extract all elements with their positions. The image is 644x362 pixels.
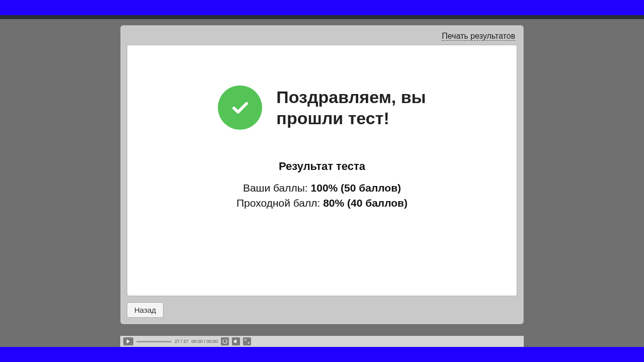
- your-score-line: Ваши баллы: 100% (50 баллов): [147, 182, 497, 194]
- top-blue-bar: [0, 0, 644, 15]
- print-results-link[interactable]: Печать результатов: [442, 32, 515, 41]
- page-counter: 27 / 27: [175, 339, 189, 344]
- volume-icon[interactable]: [232, 337, 240, 345]
- your-score-label: Ваши баллы:: [243, 182, 308, 194]
- checkmark-icon: [218, 85, 262, 130]
- footer-row: Назад: [127, 302, 517, 318]
- page-background: Печать результатов Поздравляем, вы прошл…: [0, 19, 644, 351]
- bottom-blue-bar: [0, 347, 644, 362]
- your-score-value: 100% (50 баллов): [311, 182, 401, 194]
- play-button[interactable]: [123, 337, 133, 345]
- replay-icon[interactable]: [221, 337, 229, 345]
- passing-score-value: 80% (40 баллов): [323, 197, 408, 209]
- result-card: Поздравляем, вы прошли тест! Результат т…: [127, 45, 517, 296]
- back-button[interactable]: Назад: [127, 302, 164, 318]
- print-row: Печать результатов: [127, 31, 517, 45]
- result-block: Результат теста Ваши баллы: 100% (50 бал…: [147, 160, 497, 209]
- time-display: 00:00 / 00:00: [192, 339, 218, 344]
- hero-row: Поздравляем, вы прошли тест!: [147, 85, 497, 130]
- congrats-line2: прошли тест!: [276, 108, 426, 129]
- congrats-title: Поздравляем, вы прошли тест!: [276, 86, 426, 129]
- passing-score-label: Проходной балл:: [236, 197, 320, 209]
- fullscreen-icon[interactable]: [243, 337, 251, 345]
- congrats-line1: Поздравляем, вы: [276, 86, 426, 108]
- results-panel: Печать результатов Поздравляем, вы прошл…: [120, 25, 524, 324]
- browser-dark-strip: [0, 15, 644, 19]
- progress-track[interactable]: [136, 341, 172, 342]
- result-heading: Результат теста: [147, 160, 497, 173]
- passing-score-line: Проходной балл: 80% (40 баллов): [147, 197, 497, 209]
- player-bar: 27 / 27 00:00 / 00:00: [120, 336, 524, 347]
